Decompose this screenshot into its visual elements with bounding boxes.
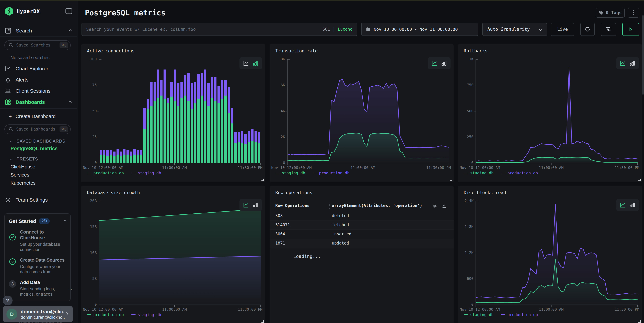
bar-chart-icon[interactable]	[629, 202, 636, 208]
chevron-up-icon[interactable]	[64, 220, 67, 222]
get-started-step-add-data[interactable]: 3 Add Data Start sending logs, metrics, …	[9, 280, 66, 297]
y-axis-label: 1K	[459, 57, 474, 61]
row-operations-panel: Row operationsRow OperationsarrayElement…	[270, 186, 454, 323]
sql-toggle-option[interactable]: SQL	[322, 27, 330, 32]
legend-item-production_db[interactable]: production_db	[87, 171, 124, 175]
chart-line-icon	[5, 66, 11, 72]
legend-item-staging_db[interactable]: staging_db	[275, 171, 305, 175]
bar-chart-icon[interactable]	[440, 60, 447, 67]
step-title: Connect to ClickHouse	[20, 229, 67, 241]
download-icon[interactable]	[442, 203, 447, 209]
run-query-button[interactable]	[622, 23, 639, 36]
step-number-badge: 3	[9, 280, 16, 297]
x-tick	[449, 163, 449, 165]
column-resize-handle[interactable]	[329, 202, 330, 209]
legend-item-production_db[interactable]: production_db	[501, 312, 538, 317]
sidebar-item-clickhouse[interactable]: ClickHouse	[10, 164, 35, 170]
sidebar-item-label: Alerts	[16, 77, 28, 83]
y-tick	[97, 137, 99, 137]
legend-item-staging_db[interactable]: staging_db	[464, 171, 494, 175]
y-axis-label: 1.8K	[459, 224, 474, 229]
help-button[interactable]: ?	[3, 296, 12, 306]
collapse-sidebar-icon[interactable]	[65, 8, 73, 14]
chart-legend: staging_dbproduction_db	[464, 171, 538, 175]
saved-dashboards-input[interactable]: Saved Dashboards ⌘K	[4, 124, 71, 134]
granularity-select[interactable]: Auto Granularity	[482, 23, 547, 36]
sort-columns-icon[interactable]	[432, 203, 437, 209]
app-root: HyperDX Search Saved Searches ⌘K No save…	[0, 0, 644, 323]
filter-button[interactable]	[601, 23, 616, 36]
panel-resize-handle[interactable]	[262, 178, 264, 181]
get-started-title: Get Started	[9, 218, 36, 224]
panel-resize-handle[interactable]	[638, 320, 640, 323]
transaction-rate-panel: Transaction rate8K6K4K2K0Nov 10 12:00:00…	[270, 44, 454, 182]
line-chart-icon[interactable]	[620, 202, 626, 208]
chevron-down-icon	[539, 28, 542, 31]
legend-item-production_db[interactable]: production_db	[312, 171, 350, 175]
legend-item-staging_db[interactable]: staging_db	[131, 312, 161, 317]
y-axis-label: 15B	[82, 224, 97, 229]
step-subtitle: Set up your database connection	[20, 242, 67, 252]
get-started-progress-badge: 2/3	[39, 218, 50, 224]
refresh-button[interactable]	[580, 23, 594, 36]
table-cell: inserted	[332, 232, 352, 236]
y-axis-label: 20B	[82, 199, 97, 203]
sidebar-item-alerts[interactable]: Alerts	[0, 76, 77, 84]
panel-resize-handle[interactable]	[450, 178, 452, 181]
get-started-step-sources[interactable]: Create Data Sources Configure where your…	[9, 257, 66, 274]
legend-item-staging_db[interactable]: staging_db	[131, 171, 161, 175]
saved-searches-input[interactable]: Saved Searches ⌘K	[4, 40, 71, 50]
tags-button[interactable]: 0 Tags	[596, 8, 625, 18]
y-axis-label: 600	[459, 276, 474, 281]
line-chart-icon[interactable]	[431, 60, 438, 67]
live-button[interactable]: Live	[551, 23, 574, 36]
line-chart-icon[interactable]	[243, 60, 250, 67]
bar-chart-icon[interactable]	[252, 202, 259, 208]
legend-item-production_db[interactable]: production_db	[87, 312, 124, 317]
gear-icon	[5, 197, 11, 203]
kebab-menu-button[interactable]	[628, 8, 639, 18]
legend-item-staging_db[interactable]: staging_db	[464, 312, 494, 317]
step-subtitle: Start sending logs, metrics, or traces	[20, 286, 67, 297]
legend-dash	[312, 173, 317, 173]
legend-item-production_db[interactable]: production_db	[501, 171, 538, 175]
line-chart-icon[interactable]	[620, 60, 626, 67]
scrollbar-thumb[interactable]	[642, 15, 644, 95]
date-range-picker[interactable]: Nov 10 00:00:00 - Nov 11 00:00:00	[361, 23, 478, 36]
lucene-toggle-option[interactable]: Lucene	[338, 27, 352, 32]
x-axis-label: Nov 10 12:00:00 AM	[83, 166, 123, 170]
y-axis-label: 8K	[270, 57, 285, 61]
sidebar-item-search[interactable]: Search	[0, 27, 77, 35]
sidebar-item-postgresql-metrics[interactable]: PostgreSQL metrics	[10, 146, 58, 151]
x-tick	[287, 163, 288, 165]
x-axis-label: 11:00:00 AM	[162, 166, 187, 170]
user-menu[interactable]: D dominic.tran@clic... dominic.tran@clic…	[3, 306, 73, 322]
get-started-step-connect[interactable]: Connect to ClickHouse Set up your databa…	[9, 229, 66, 252]
dashboards-grid-icon	[5, 99, 11, 105]
saved-dashboards-placeholder: Saved Dashboards	[16, 127, 55, 132]
legend-label: production_db	[507, 171, 538, 175]
section-presets[interactable]: PRESETS	[10, 156, 38, 162]
y-axis-label: 0	[270, 161, 285, 165]
page-scrollbar	[642, 0, 644, 323]
sidebar-item-label: Chart Explorer	[16, 66, 48, 72]
bar-chart-icon[interactable]	[629, 60, 636, 67]
panel-resize-handle[interactable]	[262, 320, 264, 323]
top-accent-strip	[0, 0, 644, 1]
sidebar-item-kubernetes[interactable]: Kubernetes	[10, 180, 36, 186]
hyperdx-logo-icon	[5, 6, 14, 16]
legend-label: staging_db	[282, 171, 305, 175]
sidebar-item-team-settings[interactable]: Team Settings	[0, 196, 77, 204]
sidebar-item-client-sessions[interactable]: Client Sessions	[0, 87, 77, 95]
chart-type-toggle	[240, 57, 262, 69]
panel-resize-handle[interactable]	[638, 178, 640, 181]
x-tick	[637, 163, 638, 165]
section-saved-dashboards[interactable]: SAVED DASHBOARDS	[10, 139, 66, 144]
line-chart-icon[interactable]	[243, 202, 250, 208]
sidebar-item-services[interactable]: Services	[10, 172, 29, 178]
search-input[interactable]	[86, 27, 322, 32]
sidebar-item-dashboards[interactable]: Dashboards	[0, 98, 77, 106]
create-dashboard-button[interactable]: + Create Dashboard	[8, 112, 56, 120]
bar-chart-icon[interactable]	[252, 60, 259, 67]
sidebar-item-chart-explorer[interactable]: Chart Explorer	[0, 64, 77, 73]
